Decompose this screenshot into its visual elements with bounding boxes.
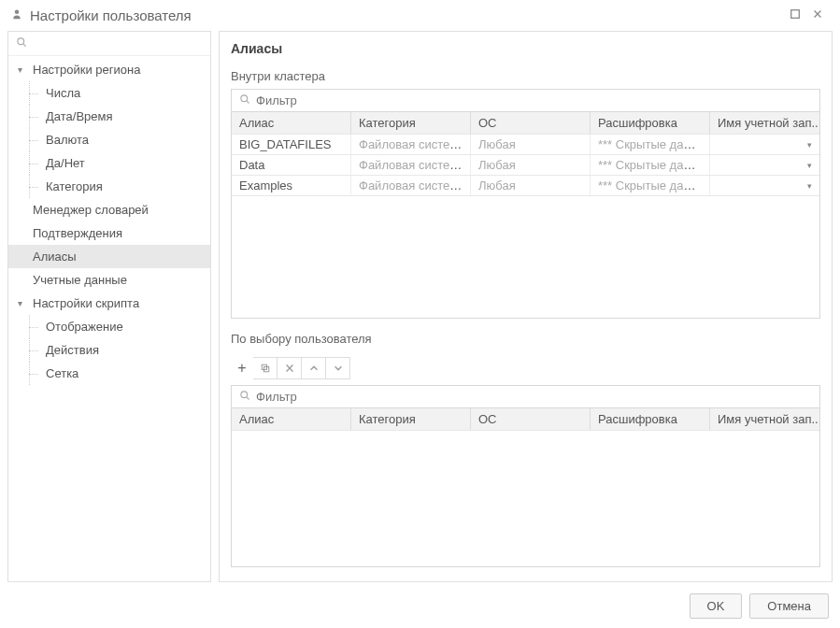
- tree-item[interactable]: Валюта: [8, 128, 210, 151]
- copy-button[interactable]: [253, 357, 278, 379]
- maximize-button[interactable]: [784, 8, 806, 22]
- grid-header: АлиасКатегорияОСРасшифровкаИмя учетной з…: [232, 408, 819, 431]
- user-settings-window: Настройки пользователя ▾Настройки регион…: [0, 0, 840, 628]
- window-title: Настройки пользователя: [30, 7, 784, 23]
- cell-value: *** Скрытые данны: [598, 178, 705, 193]
- tree-item[interactable]: Менеджер словарей: [8, 198, 210, 221]
- move-down-button[interactable]: [326, 357, 350, 379]
- tree-item[interactable]: Учетные данные: [8, 268, 210, 292]
- cell: Examples: [232, 176, 351, 195]
- cell-value: Файловая система: [359, 137, 464, 151]
- table-row[interactable]: ExamplesФайловая системаЛюбая*** Скрытые…: [232, 176, 819, 196]
- section-user-label: По выбору пользователя: [231, 332, 820, 346]
- cell: Файловая система: [351, 176, 471, 195]
- expand-icon[interactable]: ▾: [18, 298, 29, 308]
- tree-item-label: Валюта: [46, 133, 89, 147]
- svg-rect-0: [791, 10, 800, 19]
- cell: *** Скрытые данны: [591, 135, 710, 154]
- cell: *** Скрытые данны: [591, 176, 710, 195]
- titlebar: Настройки пользователя: [0, 0, 840, 31]
- cell: Любая: [471, 176, 591, 195]
- ok-button[interactable]: OK: [690, 593, 743, 619]
- column-header[interactable]: Расшифровка: [591, 408, 710, 430]
- tree-item[interactable]: Действия: [8, 338, 210, 362]
- tree-item[interactable]: Подтверждения: [8, 221, 210, 245]
- section-cluster-label: Внутри кластера: [231, 69, 820, 83]
- tree-item-label: Учетные данные: [33, 273, 127, 287]
- tree-item-label: Числа: [46, 86, 80, 100]
- cell: Файловая система: [351, 135, 471, 154]
- tree-item[interactable]: ▾Настройки региона: [8, 58, 210, 81]
- tree-item[interactable]: Алиасы: [8, 245, 210, 268]
- column-header[interactable]: Расшифровка: [591, 112, 710, 134]
- tree-item-label: Действия: [46, 343, 99, 357]
- chevron-down-icon[interactable]: ▾: [807, 181, 812, 191]
- svg-point-1: [18, 38, 24, 45]
- cell-value: Файловая система: [359, 158, 464, 172]
- column-header[interactable]: Имя учетной зап...: [710, 112, 819, 134]
- sidebar-search-input[interactable]: [33, 36, 203, 50]
- tree-item[interactable]: Категория: [8, 175, 210, 198]
- main-panel: Алиасы Внутри кластера АлиасКатегорияОСР…: [219, 31, 833, 582]
- move-up-button[interactable]: [302, 357, 326, 379]
- cell-value: Любая: [478, 178, 516, 193]
- column-header[interactable]: Алиас: [232, 408, 351, 430]
- cell: Любая: [471, 155, 591, 175]
- delete-button[interactable]: [278, 357, 302, 379]
- expand-icon[interactable]: ▾: [18, 64, 29, 75]
- cancel-button[interactable]: Отмена: [749, 593, 829, 619]
- column-header[interactable]: ОС: [471, 408, 591, 430]
- cell: ▾: [710, 135, 819, 154]
- column-header[interactable]: Категория: [351, 112, 471, 134]
- cell: *** Скрытые данны: [591, 155, 710, 175]
- grid-header: АлиасКатегорияОСРасшифровкаИмя учетной з…: [232, 112, 819, 135]
- cell-value: Любая: [478, 158, 516, 172]
- search-icon: [239, 93, 250, 107]
- chevron-down-icon[interactable]: ▾: [807, 161, 812, 170]
- cell: Файловая система: [351, 155, 471, 175]
- tree-item[interactable]: Дата/Время: [8, 105, 210, 128]
- tree-item-label: Подтверждения: [33, 226, 122, 240]
- tree-item-label: Дата/Время: [46, 109, 113, 123]
- user-filter-input[interactable]: [256, 390, 812, 404]
- chevron-down-icon[interactable]: ▾: [807, 140, 812, 150]
- footer: OK Отмена: [0, 586, 840, 628]
- column-header[interactable]: Алиас: [232, 112, 351, 134]
- tree-item[interactable]: Да/Нет: [8, 151, 210, 175]
- cell-value: *** Скрытые данны: [598, 137, 705, 151]
- cell: BIG_DATAFILES: [232, 135, 351, 154]
- column-header[interactable]: ОС: [471, 112, 591, 134]
- tree-item-label: Отображение: [46, 320, 123, 334]
- cluster-filter[interactable]: [231, 89, 820, 112]
- cluster-grid: АлиасКатегорияОСРасшифровкаИмя учетной з…: [231, 112, 820, 319]
- sidebar-tree: ▾Настройки регионаЧислаДата/ВремяВалютаД…: [8, 56, 210, 581]
- tree-item[interactable]: Числа: [8, 81, 210, 105]
- user-filter[interactable]: [231, 385, 820, 408]
- svg-point-2: [241, 95, 248, 102]
- tree-item-label: Алиасы: [33, 250, 77, 264]
- cell: Любая: [471, 135, 591, 154]
- tree-item-label: Настройки региона: [33, 63, 140, 77]
- tree-item[interactable]: Отображение: [8, 315, 210, 338]
- tree-item-label: Сетка: [46, 366, 78, 380]
- column-header[interactable]: Имя учетной зап...: [710, 408, 819, 430]
- search-icon: [16, 36, 27, 50]
- cell: ▾: [710, 155, 819, 175]
- cell-value: Любая: [478, 137, 516, 151]
- column-header[interactable]: Категория: [351, 408, 471, 430]
- cell: Data: [232, 155, 351, 175]
- table-row[interactable]: DataФайловая системаЛюбая*** Скрытые дан…: [232, 155, 819, 176]
- sidebar: ▾Настройки регионаЧислаДата/ВремяВалютаД…: [7, 31, 211, 582]
- tree-item[interactable]: Сетка: [8, 362, 210, 385]
- sidebar-search[interactable]: [8, 32, 210, 56]
- table-row[interactable]: BIG_DATAFILESФайловая системаЛюбая*** Ск…: [232, 135, 819, 155]
- page-title: Алиасы: [231, 41, 820, 56]
- cluster-filter-input[interactable]: [256, 93, 812, 107]
- add-button[interactable]: +: [231, 357, 253, 379]
- tree-item-label: Менеджер словарей: [33, 203, 149, 217]
- tree-item-label: Да/Нет: [46, 156, 85, 170]
- cell-value: Файловая система: [359, 178, 464, 193]
- close-button[interactable]: [806, 8, 829, 22]
- cell: ▾: [710, 176, 819, 195]
- tree-item[interactable]: ▾Настройки скрипта: [8, 292, 210, 315]
